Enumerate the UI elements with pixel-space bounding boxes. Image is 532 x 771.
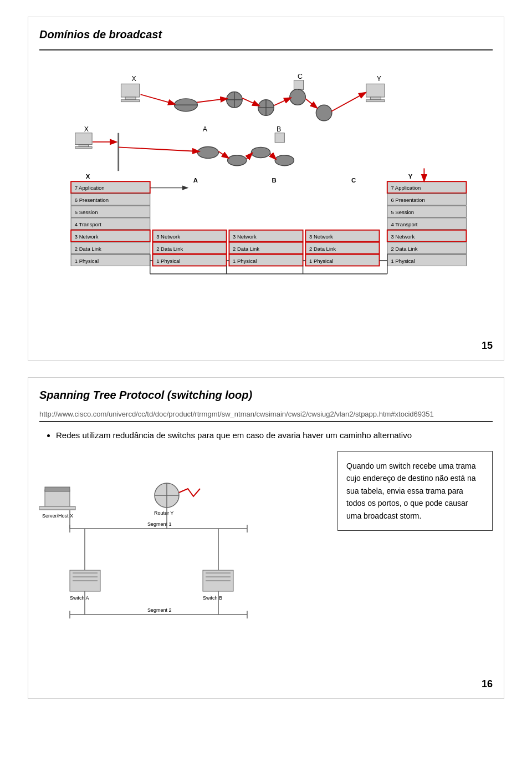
svg-text:2  Data Link: 2 Data Link [233,246,259,252]
svg-rect-13 [366,100,385,102]
svg-text:A: A [203,125,208,133]
svg-text:5  Session: 5 Session [391,209,414,215]
svg-text:4  Transport: 4 Transport [391,221,417,227]
svg-text:Switch B: Switch B [203,595,222,601]
svg-text:6  Presentation: 6 Presentation [391,197,424,203]
svg-text:Y: Y [408,173,413,180]
svg-text:2  Data Link: 2 Data Link [156,246,183,252]
svg-text:Switch A: Switch A [70,595,89,601]
svg-rect-12 [370,97,381,100]
svg-point-20 [290,89,306,105]
svg-rect-34 [275,133,284,143]
svg-rect-29 [75,133,92,145]
page-15-section: Domínios de broadcast X C [28,17,504,361]
page-15-title: Domínios de broadcast [39,28,493,41]
svg-point-36 [197,146,218,158]
page-number-15: 15 [482,340,493,352]
page-number-16: 16 [482,678,493,690]
svg-rect-3 [125,97,136,100]
network-diagram-area: Quando um switch recebe uma trama cujo e… [39,451,493,636]
svg-text:1  Physical: 1 Physical [391,258,415,264]
osi-svg: X C Y [39,59,493,331]
bullet-list: Redes utilizam redudância de switchs par… [39,430,493,440]
svg-text:3  Network: 3 Network [75,234,99,240]
svg-rect-109 [39,451,278,634]
svg-text:6  Presentation: 6 Presentation [75,197,109,203]
svg-text:7  Application: 7 Application [75,185,105,191]
stp-diagram: Server/Host X Router Y Segment 1 [39,451,278,634]
svg-text:B: B [277,125,281,133]
svg-text:2  Data Link: 2 Data Link [391,246,417,252]
svg-rect-9 [294,80,303,90]
svg-rect-2 [121,84,139,97]
svg-text:C: C [351,177,356,184]
page-16-section: Spanning Tree Protocol (switching loop) … [28,377,504,699]
svg-text:1  Physical: 1 Physical [75,258,99,264]
svg-text:C: C [298,73,303,80]
svg-rect-31 [75,146,92,148]
svg-point-21 [316,105,332,121]
svg-text:1  Physical: 1 Physical [309,258,333,264]
svg-text:3  Network: 3 Network [391,234,415,240]
svg-text:1  Physical: 1 Physical [233,258,257,264]
svg-text:Server/Host X: Server/Host X [42,513,73,519]
svg-text:2  Data Link: 2 Data Link [75,246,101,252]
divider-1 [39,49,493,50]
svg-text:A: A [193,177,198,184]
svg-text:3  Network: 3 Network [309,234,333,240]
svg-text:7  Application: 7 Application [391,185,421,191]
svg-text:Router Y: Router Y [154,510,173,516]
page-16-url: http://www.cisco.com/univercd/cc/td/doc/… [39,410,493,418]
svg-point-37 [228,155,247,166]
svg-text:X: X [86,173,90,180]
svg-text:Segment 1: Segment 1 [147,521,172,527]
svg-text:4  Transport: 4 Transport [75,221,101,227]
svg-text:Segment 2: Segment 2 [147,607,172,613]
svg-point-38 [251,147,270,158]
svg-text:Y: Y [377,75,381,83]
svg-text:3  Network: 3 Network [233,234,257,240]
svg-text:B: B [272,177,276,184]
svg-text:2  Data Link: 2 Data Link [309,246,336,252]
svg-rect-111 [45,487,70,491]
svg-rect-11 [366,84,385,97]
svg-rect-4 [121,100,139,102]
infobox: Quando um switch recebe uma trama cujo e… [337,451,493,531]
osi-broadcast-diagram: X C Y [39,59,493,331]
page-16-title: Spanning Tree Protocol (switching loop) [39,389,493,402]
bullet-item-1: Redes utilizam redudância de switchs par… [56,430,493,440]
svg-point-39 [275,155,294,166]
divider-2 [39,421,493,422]
main-page: Domínios de broadcast X C [0,0,532,716]
svg-text:3  Network: 3 Network [156,234,180,240]
svg-text:1  Physical: 1 Physical [156,258,180,264]
svg-text:5  Session: 5 Session [75,209,98,215]
svg-rect-112 [39,506,75,510]
svg-text:X: X [131,75,136,83]
svg-text:X: X [84,125,89,133]
svg-rect-30 [79,145,88,147]
